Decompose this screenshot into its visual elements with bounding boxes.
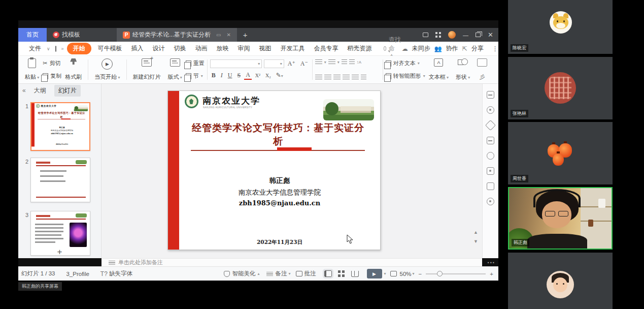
- slideshow-play-button[interactable]: ▶: [367, 269, 382, 279]
- tab-close-icon[interactable]: ✕: [226, 32, 230, 38]
- highlight-button[interactable]: ✎▾: [275, 72, 285, 79]
- target-icon[interactable]: [487, 198, 494, 205]
- tab-slides[interactable]: 幻灯片: [54, 85, 81, 97]
- comment-button[interactable]: 批注: [304, 270, 316, 277]
- zoom-out-button[interactable]: −: [419, 271, 422, 277]
- tab-outline[interactable]: 大纲: [30, 85, 50, 97]
- tab-document[interactable]: P 经管类学术论...基于实证分析 ▭ ✕: [117, 28, 237, 42]
- align-left-icon[interactable]: [315, 75, 322, 80]
- slide-editor[interactable]: 南京农业大学 NANJING AGRICULTURAL UNIVERSITY 经…: [167, 90, 381, 250]
- menu-keniu-template[interactable]: 可牛模板: [93, 44, 127, 53]
- active-speaker-video[interactable]: 韩正彪: [508, 187, 613, 250]
- bold-button[interactable]: B: [210, 72, 217, 79]
- missing-font-warning[interactable]: 缺失字体: [109, 270, 132, 277]
- text-box-button[interactable]: A 文本框 ▾: [425, 58, 452, 81]
- tab-preview-icon[interactable]: ▭: [216, 32, 221, 38]
- line-spacing-icon[interactable]: ↕A: [357, 60, 361, 65]
- font-color-button[interactable]: A: [244, 71, 252, 80]
- menu-animation[interactable]: 动画: [191, 44, 212, 53]
- resource-icon[interactable]: [487, 167, 494, 175]
- participant-tile[interactable]: [508, 253, 613, 309]
- add-slide-button[interactable]: +: [57, 247, 62, 257]
- menu-docer[interactable]: 稻壳资源: [343, 44, 377, 53]
- align-right-icon[interactable]: [333, 75, 341, 80]
- paste-button[interactable]: 粘贴 ▾: [21, 58, 43, 81]
- status-notes-button[interactable]: 备注: [275, 270, 287, 277]
- menu-insert[interactable]: 插入: [127, 44, 148, 53]
- menu-file[interactable]: 文件: [24, 44, 46, 53]
- participant-tile[interactable]: 张艳林: [508, 57, 613, 119]
- tab-template[interactable]: 找模板: [47, 28, 86, 42]
- comment-panel-icon[interactable]: [487, 182, 494, 190]
- columns-icon[interactable]: [361, 75, 366, 80]
- strikethrough-button[interactable]: S: [235, 72, 242, 79]
- panel-collapse-icon[interactable]: «: [22, 87, 26, 94]
- bullets-icon[interactable]: [315, 59, 322, 65]
- subscript-button[interactable]: X₂: [264, 73, 273, 78]
- copy-button[interactable]: 复制: [43, 72, 61, 80]
- play-caret-icon[interactable]: ▾: [384, 271, 386, 276]
- minimize-icon[interactable]: —: [463, 32, 468, 38]
- section-button[interactable]: 节▾: [186, 72, 205, 80]
- menu-start[interactable]: 开始: [67, 43, 91, 54]
- layout-button[interactable]: 版式 ▾: [164, 58, 186, 81]
- clipped-ribbon-button[interactable]: 彡: [473, 58, 491, 81]
- sync-status[interactable]: 未同步: [410, 44, 432, 53]
- increase-indent-icon[interactable]: [349, 59, 355, 65]
- play-from-current-button[interactable]: ▶ 当页开始 ▾: [91, 58, 123, 81]
- slide-sorter-icon[interactable]: [338, 270, 345, 277]
- menu-design[interactable]: 设计: [148, 44, 170, 53]
- menu-view[interactable]: 视图: [255, 44, 276, 53]
- slide-thumbnail-1[interactable]: 南京农业大学 经管类学术论文写作技巧：基于实证分析 韩正彪 南京农业大学信息管理…: [30, 102, 90, 151]
- fit-slide-icon[interactable]: [390, 271, 397, 276]
- single-window-icon[interactable]: [423, 33, 428, 37]
- share-button[interactable]: 分享: [469, 44, 486, 53]
- decrease-indent-icon[interactable]: [342, 59, 347, 65]
- zoom-slider-handle[interactable]: [437, 271, 443, 276]
- align-center-icon[interactable]: [324, 75, 331, 80]
- numbering-icon[interactable]: [328, 59, 335, 65]
- menu-review[interactable]: 审阅: [233, 44, 255, 53]
- new-tab-button[interactable]: +: [237, 28, 254, 42]
- cut-button[interactable]: ✂ 剪切: [43, 59, 61, 67]
- normal-view-icon[interactable]: [324, 270, 332, 277]
- menu-member[interactable]: 会员专享: [310, 44, 343, 53]
- shapes-button[interactable]: 形状 ▾: [452, 58, 473, 81]
- slide-thumbnail-2[interactable]: [30, 158, 90, 202]
- reading-view-icon[interactable]: [351, 271, 359, 277]
- format-painter-button[interactable]: 格式刷: [61, 58, 85, 81]
- distribute-icon[interactable]: [352, 75, 359, 80]
- menu-slideshow[interactable]: 放映: [212, 44, 233, 53]
- participant-tile[interactable]: 周世香: [508, 122, 613, 184]
- beautify-button[interactable]: 智能美化: [232, 270, 255, 277]
- tab-home[interactable]: 首页: [18, 28, 47, 42]
- zoom-in-button[interactable]: +: [490, 271, 493, 277]
- font-name-combo[interactable]: ▾: [210, 59, 262, 68]
- restore-icon[interactable]: [476, 33, 481, 37]
- new-slide-button[interactable]: 新建幻灯片: [129, 58, 164, 81]
- menu-devtools[interactable]: 开发工具: [276, 44, 310, 53]
- notes-bar[interactable]: 单击此处添加备注 •••: [101, 258, 482, 266]
- font-size-combo[interactable]: ▾: [264, 59, 284, 68]
- effects-icon[interactable]: [487, 106, 494, 114]
- account-avatar[interactable]: [448, 31, 456, 39]
- superscript-button[interactable]: X²: [254, 73, 262, 78]
- notes-more-icon[interactable]: •••: [488, 260, 495, 265]
- zoom-slider[interactable]: [426, 273, 486, 274]
- menu-transition[interactable]: 切换: [170, 44, 191, 53]
- justify-icon[interactable]: [343, 75, 350, 80]
- close-icon[interactable]: ✕: [488, 31, 493, 39]
- frame-icon[interactable]: [487, 137, 494, 144]
- reset-button[interactable]: 重置: [186, 59, 205, 67]
- grow-font-button[interactable]: A⁺: [286, 60, 297, 68]
- next-slide-icon[interactable]: ▼: [473, 239, 478, 244]
- save-icon[interactable]: [55, 46, 56, 52]
- help-icon[interactable]: [487, 152, 494, 160]
- properties-icon[interactable]: [487, 91, 494, 99]
- tab-grid-icon[interactable]: [435, 32, 441, 38]
- shrink-font-button[interactable]: A⁻: [299, 60, 310, 68]
- underline-button[interactable]: U: [226, 72, 234, 79]
- zoom-level[interactable]: 50%: [400, 271, 412, 277]
- beautify-icon[interactable]: [485, 120, 496, 131]
- more-chevron-icon[interactable]: »: [61, 46, 64, 51]
